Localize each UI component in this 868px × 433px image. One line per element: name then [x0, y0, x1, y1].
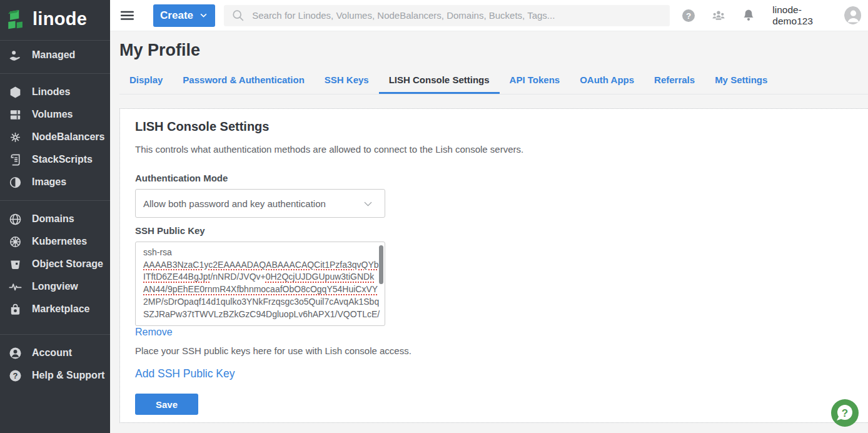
sidebar-item-label: Account [32, 347, 72, 359]
panel-title: LISH Console Settings [135, 120, 867, 134]
sidebar-item-linodes[interactable]: Linodes [0, 81, 110, 103]
topbar: Create ? [110, 0, 868, 31]
sidebar-item-label: NodeBalancers [32, 131, 105, 143]
sidebar-item-label: Help & Support [32, 370, 104, 381]
remove-ssh-key-link[interactable]: Remove [135, 327, 173, 338]
help-circle-icon: ? [8, 369, 23, 383]
help-fab-button[interactable]: ? [830, 399, 859, 427]
ssh-key-textarea[interactable]: ssh-rsa AAAAB3NzaC1yc2EAAAADAQABAAACAQCi… [135, 242, 385, 326]
longview-icon [8, 280, 23, 294]
managed-icon [8, 48, 23, 63]
linode-logo[interactable]: linode [0, 0, 110, 40]
user-menu[interactable]: linode-demo123 [772, 4, 868, 27]
tab-password-authentication[interactable]: Password & Authentication [173, 68, 314, 94]
auth-mode-label: Authentication Mode [135, 173, 867, 183]
sidebar-item-longview[interactable]: Longview [0, 275, 110, 298]
tab-my-settings[interactable]: My Settings [705, 68, 777, 94]
ssh-key-label: SSH Public Key [135, 225, 867, 236]
tab-referrals[interactable]: Referrals [644, 68, 705, 94]
sidebar-item-stackscripts[interactable]: StackScripts [0, 148, 110, 171]
chevron-down-icon [362, 198, 374, 210]
sidebar-item-marketplace[interactable]: Marketplace [0, 298, 110, 320]
sidebar-item-label: StackScripts [32, 154, 93, 165]
content-area: My Profile Display Password & Authentica… [110, 31, 868, 433]
textarea-scrollbar[interactable] [379, 245, 383, 284]
sidebar-item-account[interactable]: Account [0, 342, 110, 364]
sidebar-item-label: Managed [32, 49, 75, 61]
ssh-key-line: AN44/9pEhEE0rnmR4XfbhnmocaafObO8cOgqY54H… [143, 283, 375, 296]
sidebar-divider [0, 200, 110, 201]
search-icon [231, 9, 245, 22]
auth-mode-select[interactable]: Allow both password and key authenticati… [135, 189, 385, 218]
sidebar-divider [0, 73, 110, 74]
ssh-key-line: ITftD6ZE44BgJpt/nNRD/JVQv+0H2QcjUJDGUpuw… [143, 271, 375, 283]
images-icon [8, 175, 23, 190]
nodebalancers-icon [8, 130, 23, 145]
stackscripts-icon [8, 153, 23, 167]
create-button-label: Create [160, 9, 193, 22]
auth-mode-value: Allow both password and key authenticati… [143, 198, 326, 209]
sidebar-item-label: Longview [32, 281, 78, 292]
add-ssh-key-link[interactable]: Add SSH Public Key [135, 367, 235, 380]
notifications-bell-icon[interactable] [741, 8, 756, 23]
sidebar-item-label: Object Storage [32, 258, 103, 270]
sidebar-divider [0, 334, 110, 335]
ssh-key-helper-text: Place your SSH public keys here for use … [135, 345, 867, 356]
username: linode-demo123 [772, 4, 839, 27]
ssh-key-line: SZJRaPw37tTWVLzBZkGzC94DgluopLv6hAPX1/VQ… [143, 308, 375, 321]
profile-tabs: Display Password & Authentication SSH Ke… [119, 68, 868, 94]
sidebar-item-volumes[interactable]: Volumes [0, 103, 110, 126]
marketplace-icon [8, 302, 23, 317]
search-bar [224, 5, 670, 26]
linode-logo-icon [6, 8, 28, 32]
hamburger-menu-icon[interactable] [120, 8, 134, 23]
lish-settings-panel: LISH Console Settings This controls what… [119, 108, 868, 423]
sidebar-item-managed[interactable]: Managed [0, 44, 110, 66]
community-icon[interactable] [711, 8, 726, 23]
main-column: Create ? [110, 0, 868, 433]
create-button[interactable]: Create [153, 4, 215, 27]
object-storage-icon [8, 257, 23, 272]
app-root: linode Managed Linodes [0, 0, 868, 433]
help-icon[interactable]: ? [681, 8, 696, 23]
ssh-key-line: ssh-rsa [143, 247, 375, 259]
svg-text:?: ? [842, 407, 848, 419]
page-title: My Profile [119, 41, 868, 60]
panel-description: This controls what authentication method… [135, 144, 867, 155]
ssh-key-line: AAAAB3NzaC1yc2EAAAADAQABAAACAQCit1Pzfa3q… [143, 259, 375, 272]
brand-name: linode [33, 9, 87, 29]
chevron-down-icon [199, 11, 208, 20]
sidebar: linode Managed Linodes [0, 0, 110, 433]
svg-text:?: ? [686, 11, 691, 20]
sidebar-item-label: Kubernetes [32, 236, 87, 247]
volumes-icon [8, 108, 23, 122]
linodes-icon [8, 85, 23, 99]
sidebar-nav: Managed Linodes Volumes [0, 41, 110, 387]
sidebar-item-label: Marketplace [32, 303, 90, 315]
ssh-key-line: 2MP/sDrOpaqf14d1qulko3YNkFrzqsgc3o5Quil7… [143, 296, 375, 308]
search-input[interactable] [252, 10, 664, 21]
sidebar-item-object-storage[interactable]: Object Storage [0, 253, 110, 275]
sidebar-item-label: Volumes [32, 109, 73, 120]
sidebar-item-nodebalancers[interactable]: NodeBalancers [0, 126, 110, 148]
sidebar-item-help-support[interactable]: ? Help & Support [0, 364, 110, 387]
sidebar-item-images[interactable]: Images [0, 171, 110, 193]
account-icon [8, 346, 23, 360]
sidebar-item-kubernetes[interactable]: Kubernetes [0, 230, 110, 253]
topbar-icons: ? [681, 8, 756, 23]
tab-api-tokens[interactable]: API Tokens [500, 68, 570, 94]
sidebar-item-label: Images [32, 176, 66, 188]
tab-oauth-apps[interactable]: OAuth Apps [570, 68, 644, 94]
tab-lish-console-settings[interactable]: LISH Console Settings [379, 68, 500, 94]
kubernetes-icon [8, 235, 23, 249]
sidebar-item-label: Linodes [32, 86, 70, 98]
sidebar-item-label: Domains [32, 213, 74, 225]
avatar [844, 6, 862, 24]
svg-text:?: ? [13, 370, 18, 380]
tab-ssh-keys[interactable]: SSH Keys [315, 68, 379, 94]
sidebar-item-domains[interactable]: Domains [0, 208, 110, 230]
domains-icon [8, 212, 23, 227]
tab-display[interactable]: Display [119, 68, 173, 94]
save-button[interactable]: Save [135, 394, 198, 415]
